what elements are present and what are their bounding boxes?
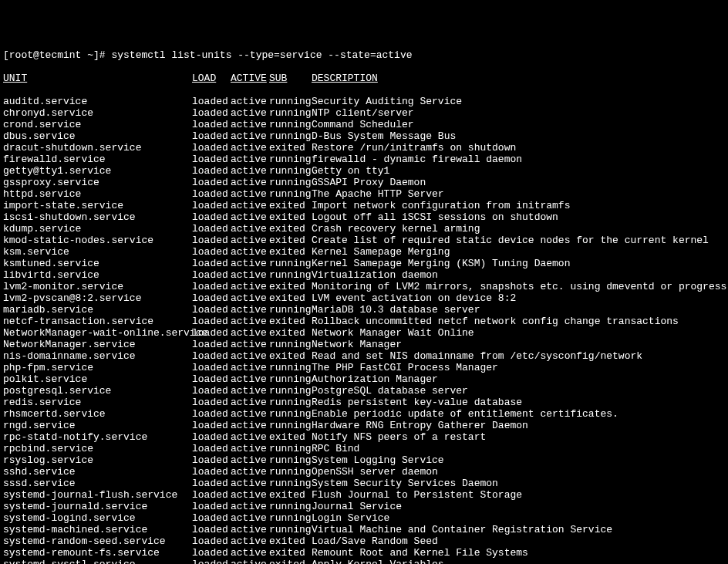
service-load: loaded [192, 501, 231, 512]
service-sub: exited [269, 200, 312, 211]
service-sub: exited [269, 246, 312, 258]
service-row: auditd.serviceloadedactiverunningSecurit… [3, 96, 725, 107]
service-row: rngd.serviceloadedactiverunningHardware … [3, 420, 725, 431]
service-description: firewalld - dynamic firewall daemon [312, 154, 725, 165]
service-row: redis.serviceloadedactiverunningRedis pe… [3, 397, 725, 408]
service-load: loaded [192, 235, 231, 246]
service-load: loaded [192, 188, 231, 200]
service-unit: php-fpm.service [3, 362, 192, 373]
service-load: loaded [192, 165, 231, 177]
service-active: active [231, 559, 269, 564]
service-active: active [231, 454, 269, 466]
service-unit: libvirtd.service [3, 269, 192, 281]
service-active: active [231, 235, 269, 246]
service-active: active [231, 304, 269, 316]
service-sub: running [269, 443, 312, 454]
service-sub: running [269, 177, 312, 188]
header-active: ACTIVE [231, 73, 269, 84]
service-active: active [231, 397, 269, 408]
service-load: loaded [192, 478, 231, 489]
service-row: lvm2-monitor.serviceloadedactiveexitedMo… [3, 281, 725, 292]
service-description: GSSAPI Proxy Daemon [312, 177, 725, 188]
service-row: systemd-journal-flush.serviceloadedactiv… [3, 489, 725, 501]
service-row: libvirtd.serviceloadedactiverunningVirtu… [3, 269, 725, 281]
service-sub: exited [269, 489, 312, 501]
service-unit: systemd-random-seed.service [3, 535, 192, 547]
service-description: Load/Save Random Seed [312, 535, 725, 547]
service-unit: ksmtuned.service [3, 258, 192, 269]
service-sub: running [269, 188, 312, 200]
header-description: DESCRIPTION [312, 73, 725, 84]
service-row: firewalld.serviceloadedactiverunningfire… [3, 154, 725, 165]
service-unit: lvm2-pvscan@8:2.service [3, 292, 192, 304]
service-sub: running [269, 397, 312, 408]
service-active: active [231, 165, 269, 177]
service-row: dracut-shutdown.serviceloadedactiveexite… [3, 142, 725, 154]
service-description: Hardware RNG Entropy Gatherer Daemon [312, 420, 725, 431]
header-unit: UNIT [3, 73, 192, 84]
service-load: loaded [192, 512, 231, 524]
service-sub: running [269, 107, 312, 119]
service-unit: rngd.service [3, 420, 192, 431]
service-sub: running [269, 466, 312, 478]
service-active: active [231, 373, 269, 385]
service-sub: running [269, 524, 312, 535]
service-unit: firewalld.service [3, 154, 192, 165]
service-unit: ksm.service [3, 246, 192, 258]
service-description: Monitoring of LVM2 mirrors, snapshots et… [312, 281, 728, 292]
service-active: active [231, 512, 269, 524]
service-description: Virtual Machine and Container Registrati… [312, 524, 725, 535]
service-active: active [231, 362, 269, 373]
service-active: active [231, 316, 269, 327]
service-sub: running [269, 130, 312, 142]
service-unit: systemd-sysctl.service [3, 559, 192, 564]
service-description: Remount Root and Kernel File Systems [312, 547, 725, 559]
shell-prompt: [root@tecmint ~]# [3, 49, 111, 61]
service-load: loaded [192, 327, 231, 339]
service-description: Restore /run/initramfs on shutdown [312, 142, 725, 154]
service-unit: NetworkManager-wait-online.service [3, 327, 192, 339]
service-row: lvm2-pvscan@8:2.serviceloadedactiveexite… [3, 292, 725, 304]
service-row: php-fpm.serviceloadedactiverunningThe PH… [3, 362, 725, 373]
service-unit: nis-domainname.service [3, 350, 192, 362]
service-description: Read and set NIS domainname from /etc/sy… [312, 350, 725, 362]
service-active: active [231, 327, 269, 339]
service-sub: exited [269, 327, 312, 339]
service-load: loaded [192, 362, 231, 373]
service-row: iscsi-shutdown.serviceloadedactiveexited… [3, 211, 725, 223]
service-unit: dbus.service [3, 130, 192, 142]
service-unit: chronyd.service [3, 107, 192, 119]
service-row: systemd-remount-fs.serviceloadedactiveex… [3, 547, 725, 559]
service-row: mariadb.serviceloadedactiverunningMariaD… [3, 304, 725, 316]
service-load: loaded [192, 130, 231, 142]
service-sub: exited [269, 142, 312, 154]
service-row: systemd-journald.serviceloadedactiverunn… [3, 501, 725, 512]
service-row: httpd.serviceloadedactiverunningThe Apac… [3, 188, 725, 200]
service-load: loaded [192, 397, 231, 408]
service-description: Rollback uncommitted netcf network confi… [312, 316, 725, 327]
service-sub: running [269, 96, 312, 107]
service-load: loaded [192, 107, 231, 119]
service-description: Logout off all iSCSI sessions on shutdow… [312, 211, 725, 223]
service-row: sssd.serviceloadedactiverunningSystem Se… [3, 478, 725, 489]
service-active: active [231, 211, 269, 223]
service-load: loaded [192, 339, 231, 350]
service-description: Journal Service [312, 501, 725, 512]
service-active: active [231, 154, 269, 165]
service-active: active [231, 466, 269, 478]
service-unit: systemd-journald.service [3, 501, 192, 512]
service-sub: exited [269, 431, 312, 443]
service-active: active [231, 96, 269, 107]
service-row: NetworkManager-wait-online.serviceloaded… [3, 327, 725, 339]
service-load: loaded [192, 350, 231, 362]
service-description: Flush Journal to Persistent Storage [312, 489, 725, 501]
service-row: rpcbind.serviceloadedactiverunningRPC Bi… [3, 443, 725, 454]
service-row: dbus.serviceloadedactiverunningD-Bus Sys… [3, 130, 725, 142]
service-description: Virtualization daemon [312, 269, 725, 281]
service-sub: running [269, 258, 312, 269]
service-row: ksm.serviceloadedactiveexitedKernel Same… [3, 246, 725, 258]
service-row: postgresql.serviceloadedactiverunningPos… [3, 385, 725, 397]
service-active: active [231, 200, 269, 211]
service-load: loaded [192, 420, 231, 431]
service-description: Create list of required static device no… [312, 235, 725, 246]
